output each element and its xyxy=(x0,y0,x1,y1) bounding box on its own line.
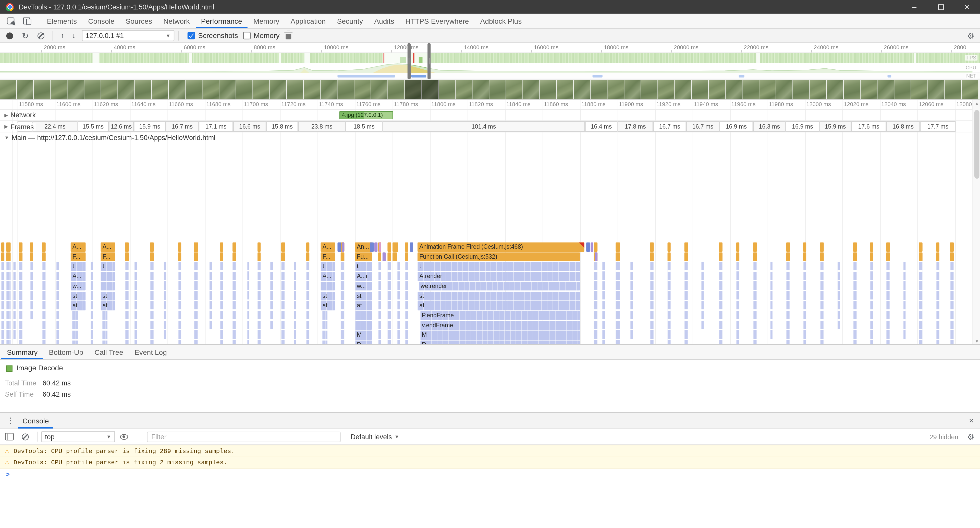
flame-call-column[interactable] xyxy=(178,262,181,345)
filmstrip-thumbnail[interactable] xyxy=(776,80,793,99)
frame-duration-box[interactable]: 12.6 ms xyxy=(109,121,134,132)
window-maximize-button[interactable] xyxy=(928,0,954,14)
filmstrip-thumbnail[interactable] xyxy=(912,80,928,99)
filmstrip-thumbnail[interactable] xyxy=(135,80,152,99)
clear-recording-button[interactable] xyxy=(38,32,45,39)
filmstrip-thumbnail[interactable] xyxy=(523,80,540,99)
flame-event-bar[interactable] xyxy=(100,272,115,281)
flame-call-column[interactable] xyxy=(294,262,296,345)
flame-event-bar[interactable] xyxy=(258,252,261,262)
flame-event-bar[interactable]: v.endFrame xyxy=(420,321,580,330)
flame-chart[interactable]: A...F...tA...w...statA...F...tstatA...F.… xyxy=(0,242,973,345)
flame-call-column[interactable] xyxy=(903,262,906,340)
filmstrip-thumbnail[interactable] xyxy=(186,80,202,99)
filmstrip-thumbnail[interactable] xyxy=(34,80,51,99)
flame-event-bar[interactable] xyxy=(405,252,408,262)
disclosure-triangle-icon[interactable]: ▶ xyxy=(4,112,8,118)
flame-call-column[interactable] xyxy=(150,262,154,345)
flame-event-bar[interactable]: t xyxy=(71,262,86,271)
filmstrip-thumbnail[interactable] xyxy=(877,80,894,99)
flame-call-column[interactable] xyxy=(341,262,345,345)
flame-event-bar[interactable] xyxy=(232,252,236,262)
frame-duration-box[interactable]: 16.7 ms xyxy=(165,121,199,132)
flame-event-bar[interactable] xyxy=(870,252,873,262)
flame-event-bar[interactable] xyxy=(736,252,739,262)
flame-event-bar[interactable] xyxy=(853,242,857,252)
filmstrip-thumbnail[interactable] xyxy=(118,80,135,99)
load-profile-button[interactable]: ↑ xyxy=(60,32,64,39)
flame-event-bar[interactable] xyxy=(393,252,397,262)
flame-call-column[interactable] xyxy=(820,262,824,345)
bottom-tab-summary[interactable]: Summary xyxy=(1,345,43,359)
filmstrip-thumbnail[interactable] xyxy=(236,80,253,99)
flame-call-column[interactable] xyxy=(838,262,840,330)
flame-event-bar[interactable] xyxy=(194,242,198,252)
flame-event-bar[interactable]: F... xyxy=(71,252,86,262)
flame-event-bar[interactable] xyxy=(803,242,806,252)
filmstrip-thumbnail[interactable] xyxy=(355,80,371,99)
frame-duration-box[interactable]: 16.4 ms xyxy=(585,121,617,132)
flame-call-column[interactable] xyxy=(281,262,285,345)
flame-event-bar[interactable] xyxy=(820,242,824,252)
filmstrip-thumbnail[interactable] xyxy=(388,80,405,99)
filmstrip-thumbnail[interactable] xyxy=(405,80,422,99)
disclosure-triangle-icon[interactable]: ▶ xyxy=(4,124,8,129)
flame-event-bar[interactable]: st xyxy=(71,291,86,300)
flame-call-column[interactable] xyxy=(378,262,381,345)
frame-duration-box[interactable]: 16.6 ms xyxy=(233,121,266,132)
filmstrip-thumbnail[interactable] xyxy=(709,80,725,99)
filmstrip-thumbnail[interactable] xyxy=(152,80,169,99)
target-select[interactable]: 127.0.0.1 #1 ▼ xyxy=(82,30,174,41)
main-track-header[interactable]: ▼ Main — http://127.0.0.1/cesium/Cesium-… xyxy=(0,132,973,142)
filmstrip-thumbnail[interactable] xyxy=(101,80,118,99)
flame-event-bar[interactable] xyxy=(405,242,408,252)
reload-and-profile-button[interactable]: ↻ xyxy=(22,32,29,40)
flame-call-column[interactable] xyxy=(19,262,22,345)
flame-call-column[interactable] xyxy=(397,262,400,345)
console-sidebar-icon[interactable] xyxy=(5,433,14,440)
flame-event-bar[interactable]: st xyxy=(355,291,372,300)
flame-call-column[interactable] xyxy=(247,262,249,345)
filmstrip-thumbnail[interactable] xyxy=(827,80,844,99)
flame-event-bar[interactable] xyxy=(281,252,285,262)
filmstrip-thumbnail[interactable] xyxy=(202,80,219,99)
flame-event-bar[interactable] xyxy=(650,242,654,252)
tab-memory[interactable]: Memory xyxy=(248,14,285,28)
flame-event-bar[interactable] xyxy=(42,242,46,252)
filmstrip-thumbnail[interactable] xyxy=(84,80,101,99)
filmstrip-thumbnail[interactable] xyxy=(725,80,742,99)
flame-event-bar[interactable] xyxy=(919,242,923,252)
tab-https-everywhere[interactable]: HTTPS Everywhere xyxy=(400,14,475,28)
flame-call-column[interactable] xyxy=(102,311,107,345)
filmstrip-thumbnail[interactable] xyxy=(253,80,270,99)
flame-call-column[interactable] xyxy=(13,262,16,340)
memory-checkbox[interactable] xyxy=(243,32,250,39)
frame-duration-box[interactable]: 17.7 ms xyxy=(920,121,956,132)
flame-event-bar[interactable] xyxy=(853,252,857,262)
flame-event-bar[interactable] xyxy=(220,242,223,252)
filmstrip-thumbnail[interactable] xyxy=(844,80,861,99)
scroll-down-icon[interactable]: ▼ xyxy=(973,339,980,344)
flame-call-column[interactable] xyxy=(258,262,261,345)
filmstrip-thumbnail[interactable] xyxy=(658,80,675,99)
filmstrip-thumbnail[interactable] xyxy=(506,80,523,99)
tab-security[interactable]: Security xyxy=(331,14,369,28)
flame-event-bar[interactable] xyxy=(684,252,688,262)
disclosure-triangle-icon[interactable]: ▼ xyxy=(4,135,9,140)
scroll-up-icon[interactable]: ▲ xyxy=(973,101,980,106)
tab-network[interactable]: Network xyxy=(158,14,195,28)
flame-event-bar[interactable] xyxy=(410,242,413,252)
flame-event-bar[interactable]: A... xyxy=(71,272,86,281)
filmstrip-thumbnail[interactable] xyxy=(304,80,321,99)
flame-event-bar[interactable]: at xyxy=(100,301,115,311)
flame-call-column[interactable] xyxy=(209,262,212,330)
flame-event-bar[interactable] xyxy=(6,242,11,252)
console-drawer-tab[interactable]: Console xyxy=(18,413,53,428)
overflow-menu-icon[interactable]: ⋮ xyxy=(6,416,14,425)
tab-application[interactable]: Application xyxy=(285,14,331,28)
filmstrip-thumbnail[interactable] xyxy=(17,80,34,99)
filmstrip-thumbnail[interactable] xyxy=(557,80,574,99)
flame-event-bar[interactable] xyxy=(306,242,309,252)
flame-call-column[interactable] xyxy=(616,262,620,345)
flame-event-bar[interactable]: A...r xyxy=(355,272,372,281)
